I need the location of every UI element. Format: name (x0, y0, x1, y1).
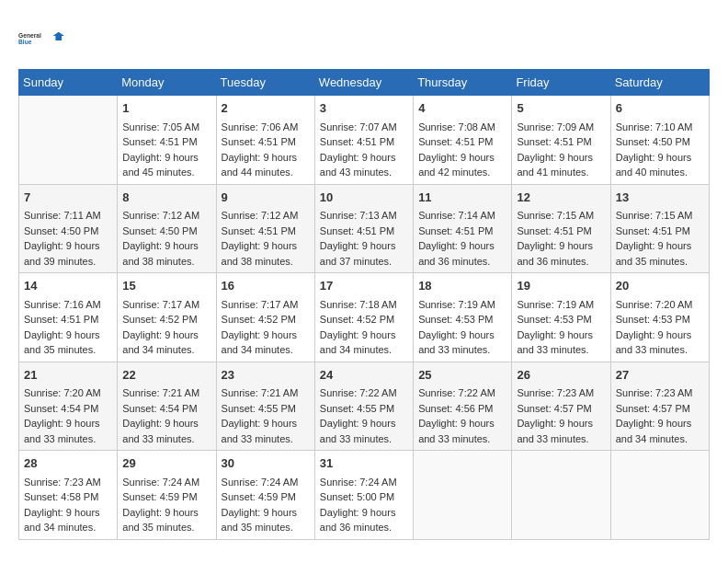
daylight-text: Daylight: 9 hours and 33 minutes. (517, 329, 593, 356)
calendar-cell (610, 451, 709, 540)
day-number: 11 (418, 189, 506, 207)
daylight-text: Daylight: 9 hours and 33 minutes. (418, 418, 495, 444)
sunset-text: Sunset: 4:52 PM (320, 314, 394, 325)
calendar-cell: 4 Sunrise: 7:08 AM Sunset: 4:51 PM Dayli… (414, 96, 512, 185)
sunrise-text: Sunrise: 7:09 AM (517, 121, 594, 132)
daylight-text: Daylight: 9 hours and 35 minutes. (616, 240, 692, 267)
calendar-table: SundayMondayTuesdayWednesdayThursdayFrid… (18, 69, 710, 540)
svg-marker-2 (53, 32, 65, 40)
daylight-text: Daylight: 9 hours and 35 minutes. (122, 507, 199, 534)
calendar-cell: 31 Sunrise: 7:24 AM Sunset: 5:00 PM Dayl… (314, 451, 413, 540)
calendar-cell (414, 451, 512, 540)
daylight-text: Daylight: 9 hours and 33 minutes. (517, 418, 593, 444)
sunrise-text: Sunrise: 7:15 AM (517, 210, 594, 221)
daylight-text: Daylight: 9 hours and 33 minutes. (122, 418, 199, 444)
weekday-header: Saturday (610, 70, 709, 96)
daylight-text: Daylight: 9 hours and 38 minutes. (122, 240, 199, 267)
calendar-week-row: 7 Sunrise: 7:11 AM Sunset: 4:50 PM Dayli… (19, 184, 710, 273)
sunset-text: Sunset: 4:54 PM (122, 403, 197, 414)
sunset-text: Sunset: 4:51 PM (418, 225, 493, 236)
daylight-text: Daylight: 9 hours and 41 minutes. (517, 152, 593, 178)
calendar-cell: 25 Sunrise: 7:22 AM Sunset: 4:56 PM Dayl… (414, 362, 512, 451)
sunset-text: Sunset: 4:51 PM (418, 136, 493, 147)
calendar-cell: 3 Sunrise: 7:07 AM Sunset: 4:51 PM Dayli… (314, 96, 413, 185)
sunrise-text: Sunrise: 7:05 AM (122, 121, 199, 132)
daylight-text: Daylight: 9 hours and 36 minutes. (418, 240, 495, 267)
sunrise-text: Sunrise: 7:12 AM (122, 210, 199, 221)
sunrise-text: Sunrise: 7:13 AM (320, 210, 397, 221)
day-number: 10 (320, 189, 408, 207)
daylight-text: Daylight: 9 hours and 34 minutes. (320, 329, 396, 356)
day-number: 31 (320, 454, 408, 473)
day-number: 8 (122, 189, 210, 207)
sunset-text: Sunset: 4:51 PM (122, 136, 197, 147)
day-number: 15 (122, 277, 210, 295)
logo: General Blue (18, 18, 64, 60)
sunrise-text: Sunrise: 7:17 AM (222, 299, 299, 310)
day-number: 28 (24, 454, 112, 473)
calendar-week-row: 1 Sunrise: 7:05 AM Sunset: 4:51 PM Dayli… (19, 96, 710, 185)
svg-text:General: General (18, 32, 41, 39)
day-number: 5 (517, 99, 605, 118)
calendar-week-row: 14 Sunrise: 7:16 AM Sunset: 4:51 PM Dayl… (19, 273, 710, 362)
calendar-cell: 8 Sunrise: 7:12 AM Sunset: 4:50 PM Dayli… (118, 184, 216, 273)
calendar-cell: 21 Sunrise: 7:20 AM Sunset: 4:54 PM Dayl… (19, 362, 118, 451)
day-number: 7 (24, 189, 112, 207)
sunrise-text: Sunrise: 7:06 AM (222, 121, 299, 132)
calendar-cell: 7 Sunrise: 7:11 AM Sunset: 4:50 PM Dayli… (19, 184, 118, 273)
sunset-text: Sunset: 4:54 PM (24, 403, 98, 414)
weekday-header: Tuesday (216, 70, 314, 96)
sunset-text: Sunset: 5:00 PM (320, 491, 394, 502)
calendar-cell: 29 Sunrise: 7:24 AM Sunset: 4:59 PM Dayl… (118, 451, 216, 540)
sunrise-text: Sunrise: 7:24 AM (320, 477, 397, 488)
daylight-text: Daylight: 9 hours and 33 minutes. (320, 418, 396, 444)
calendar-cell: 23 Sunrise: 7:21 AM Sunset: 4:55 PM Dayl… (216, 362, 314, 451)
sunrise-text: Sunrise: 7:23 AM (517, 387, 594, 398)
sunrise-text: Sunrise: 7:19 AM (517, 299, 594, 310)
sunrise-text: Sunrise: 7:08 AM (418, 121, 495, 132)
calendar-cell: 17 Sunrise: 7:18 AM Sunset: 4:52 PM Dayl… (314, 273, 413, 362)
sunrise-text: Sunrise: 7:24 AM (122, 477, 199, 488)
calendar-cell: 19 Sunrise: 7:19 AM Sunset: 4:53 PM Dayl… (512, 273, 610, 362)
day-number: 26 (517, 366, 605, 385)
daylight-text: Daylight: 9 hours and 44 minutes. (222, 152, 298, 178)
sunrise-text: Sunrise: 7:10 AM (616, 121, 693, 132)
sunset-text: Sunset: 4:51 PM (320, 136, 394, 147)
sunset-text: Sunset: 4:53 PM (418, 314, 493, 325)
day-number: 3 (320, 99, 408, 118)
weekday-header: Sunday (19, 70, 118, 96)
sunrise-text: Sunrise: 7:23 AM (24, 477, 101, 488)
day-number: 27 (616, 366, 704, 385)
day-number: 4 (418, 99, 506, 118)
calendar-cell (19, 96, 118, 185)
sunrise-text: Sunrise: 7:24 AM (222, 477, 299, 488)
calendar-cell: 24 Sunrise: 7:22 AM Sunset: 4:55 PM Dayl… (314, 362, 413, 451)
sunset-text: Sunset: 4:52 PM (222, 314, 296, 325)
calendar-cell: 26 Sunrise: 7:23 AM Sunset: 4:57 PM Dayl… (512, 362, 610, 451)
sunrise-text: Sunrise: 7:12 AM (222, 210, 299, 221)
daylight-text: Daylight: 9 hours and 35 minutes. (222, 507, 298, 534)
day-number: 25 (418, 366, 506, 385)
calendar-cell: 15 Sunrise: 7:17 AM Sunset: 4:52 PM Dayl… (118, 273, 216, 362)
sunrise-text: Sunrise: 7:22 AM (418, 387, 495, 398)
daylight-text: Daylight: 9 hours and 35 minutes. (24, 329, 100, 356)
calendar-cell: 22 Sunrise: 7:21 AM Sunset: 4:54 PM Dayl… (118, 362, 216, 451)
daylight-text: Daylight: 9 hours and 34 minutes. (122, 329, 199, 356)
day-number: 16 (222, 277, 310, 295)
sunrise-text: Sunrise: 7:14 AM (418, 210, 495, 221)
day-number: 12 (517, 189, 605, 207)
calendar-cell: 11 Sunrise: 7:14 AM Sunset: 4:51 PM Dayl… (414, 184, 512, 273)
daylight-text: Daylight: 9 hours and 33 minutes. (616, 329, 692, 356)
sunset-text: Sunset: 4:51 PM (320, 225, 394, 236)
calendar-week-row: 21 Sunrise: 7:20 AM Sunset: 4:54 PM Dayl… (19, 362, 710, 451)
daylight-text: Daylight: 9 hours and 39 minutes. (24, 240, 100, 267)
calendar-cell: 14 Sunrise: 7:16 AM Sunset: 4:51 PM Dayl… (19, 273, 118, 362)
daylight-text: Daylight: 9 hours and 36 minutes. (320, 507, 396, 534)
day-number: 22 (122, 366, 210, 385)
sunrise-text: Sunrise: 7:11 AM (24, 210, 101, 221)
day-number: 30 (222, 454, 310, 473)
sunrise-text: Sunrise: 7:19 AM (418, 299, 495, 310)
sunset-text: Sunset: 4:50 PM (616, 136, 690, 147)
day-number: 13 (616, 189, 704, 207)
calendar-cell: 1 Sunrise: 7:05 AM Sunset: 4:51 PM Dayli… (118, 96, 216, 185)
